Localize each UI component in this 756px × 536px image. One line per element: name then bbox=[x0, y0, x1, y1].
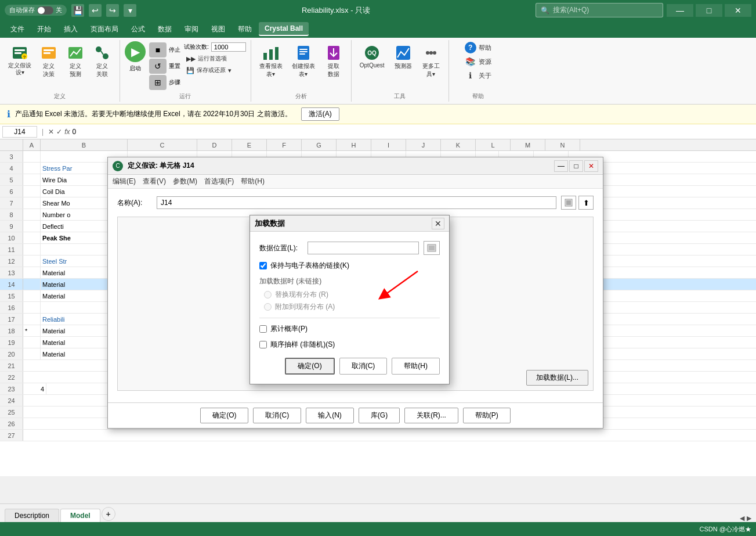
menu-crystalball[interactable]: Crystal Ball bbox=[259, 22, 309, 36]
sub-help-btn[interactable]: 帮助(H) bbox=[392, 358, 440, 375]
keep-link-checkbox[interactable] bbox=[259, 262, 267, 269]
append-radio[interactable] bbox=[264, 303, 272, 311]
sequential-label[interactable]: 顺序抽样 (非随机)(S) bbox=[270, 340, 335, 350]
confirm-formula-icon[interactable]: ✓ bbox=[56, 128, 62, 136]
resources-btn[interactable]: 📚 资源 bbox=[462, 55, 494, 68]
add-sheet-btn[interactable]: + bbox=[102, 507, 115, 521]
sequential-checkbox[interactable] bbox=[259, 341, 267, 348]
undo-icon[interactable]: ↩ bbox=[89, 4, 102, 17]
formula-input[interactable] bbox=[72, 128, 754, 136]
menu-help[interactable]: 帮助 bbox=[232, 22, 258, 37]
data-browse-btn[interactable] bbox=[424, 241, 440, 255]
save-restore-label: 保存或还原 bbox=[197, 66, 226, 74]
reset-btn[interactable]: ↺ bbox=[149, 59, 167, 74]
insert-function-icon[interactable]: fx bbox=[64, 128, 70, 136]
trials-input[interactable] bbox=[211, 42, 246, 52]
col-header-m[interactable]: M bbox=[511, 139, 545, 150]
extract-data-btn[interactable]: 提取数据 bbox=[321, 41, 346, 90]
col-header-d[interactable]: D bbox=[197, 139, 232, 150]
stop-btn[interactable]: ■ bbox=[149, 42, 167, 57]
help-btn[interactable]: ? 帮助 bbox=[462, 41, 494, 54]
col-header-b[interactable]: B bbox=[41, 139, 128, 150]
dlg-ok-btn[interactable]: 确定(O) bbox=[200, 408, 248, 423]
cumulative-label[interactable]: 累计概率(P) bbox=[270, 324, 308, 334]
sub-ok-btn[interactable]: 确定(O) bbox=[285, 358, 334, 375]
load-data-side-btn[interactable]: 加载数据(L)... bbox=[526, 370, 588, 386]
save-icon[interactable]: 💾 bbox=[71, 4, 84, 17]
name-expand-btn[interactable]: ⬆ bbox=[578, 196, 594, 210]
menu-file[interactable]: 文件 bbox=[5, 22, 30, 37]
keep-link-label[interactable]: 保持与电子表格的链接(K) bbox=[270, 261, 349, 271]
sheet-tab-model[interactable]: Model bbox=[60, 509, 100, 522]
customize-icon[interactable]: ▾ bbox=[124, 4, 136, 17]
menu-data[interactable]: 数据 bbox=[152, 22, 178, 37]
dlg-menu-params[interactable]: 参数(M) bbox=[173, 177, 197, 186]
run-first-btn[interactable]: ▶▶ 运行首选项 bbox=[184, 54, 246, 63]
predictor-btn[interactable]: 预测器 bbox=[390, 41, 416, 90]
cancel-formula-icon[interactable]: ✕ bbox=[48, 128, 54, 136]
col-header-c[interactable]: C bbox=[128, 139, 197, 150]
replace-radio[interactable] bbox=[264, 291, 272, 298]
dlg-menu-prefs[interactable]: 首选项(F) bbox=[204, 177, 234, 186]
dlg-menu-help[interactable]: 帮助(H) bbox=[241, 177, 265, 186]
col-header-e[interactable]: E bbox=[232, 139, 267, 150]
col-header-j[interactable]: J bbox=[406, 139, 441, 150]
menu-home[interactable]: 开始 bbox=[31, 22, 57, 37]
search-box[interactable]: 🔍 搜索(Alt+Q) bbox=[536, 3, 663, 17]
menu-view[interactable]: 视图 bbox=[205, 22, 231, 37]
col-header-h[interactable]: H bbox=[337, 139, 371, 150]
dialog-close-btn[interactable]: ✕ bbox=[584, 160, 598, 172]
dialog-minimize-btn[interactable]: — bbox=[554, 160, 568, 172]
autosave-toggle[interactable]: 自动保存 关 bbox=[5, 5, 67, 16]
col-header-l[interactable]: L bbox=[476, 139, 511, 150]
dlg-correlation-btn[interactable]: 关联(R)... bbox=[404, 408, 458, 423]
col-header-i[interactable]: I bbox=[371, 139, 406, 150]
define-assumption-btn[interactable]: ? 定义假设设▾ bbox=[5, 41, 35, 78]
col-header-k[interactable]: K bbox=[441, 139, 476, 150]
minimize-btn[interactable]: — bbox=[667, 4, 693, 17]
redo-icon[interactable]: ↪ bbox=[106, 4, 119, 17]
dlg-help-btn[interactable]: 帮助(P) bbox=[463, 408, 511, 423]
dlg-library-btn[interactable]: 库(G) bbox=[359, 408, 400, 423]
save-restore-btn[interactable]: 💾 保存或还原 ▾ bbox=[184, 66, 246, 75]
run-btn[interactable]: ▶ bbox=[125, 41, 146, 62]
define-correlation-btn[interactable]: 定义关联 bbox=[89, 41, 115, 81]
data-location-input[interactable] bbox=[308, 242, 419, 254]
menu-layout[interactable]: 页面布局 bbox=[85, 22, 124, 37]
sheet-tab-description[interactable]: Description bbox=[5, 509, 59, 522]
maximize-btn[interactable]: □ bbox=[696, 4, 722, 17]
create-report-btn[interactable]: 创建报表表▾ bbox=[288, 41, 319, 90]
cell-ref-input[interactable] bbox=[2, 126, 37, 138]
more-tools-btn[interactable]: 更多工具▾ bbox=[418, 41, 444, 90]
col-header-a[interactable]: A bbox=[23, 139, 41, 150]
menu-review[interactable]: 审阅 bbox=[179, 22, 204, 37]
dlg-cancel-btn[interactable]: 取消(C) bbox=[253, 408, 301, 423]
activate-btn[interactable]: 激活(A) bbox=[301, 107, 339, 121]
svg-rect-1 bbox=[15, 49, 25, 51]
name-input[interactable] bbox=[157, 196, 556, 209]
dlg-input-btn[interactable]: 输入(N) bbox=[306, 408, 354, 423]
about-btn[interactable]: ℹ 关于 bbox=[462, 69, 494, 82]
view-chart-btn[interactable]: 查看报表表▾ bbox=[256, 41, 286, 90]
col-header-g[interactable]: G bbox=[302, 139, 337, 150]
name-browse-btn[interactable] bbox=[561, 196, 576, 210]
autosave-state: 关 bbox=[56, 6, 62, 15]
cumulative-checkbox[interactable] bbox=[259, 325, 267, 333]
define-forecast-btn[interactable]: 定义预测 bbox=[63, 41, 88, 81]
scroll-right-icon[interactable]: ▶ bbox=[747, 515, 751, 522]
menu-insert[interactable]: 插入 bbox=[58, 22, 84, 37]
sub-cancel-btn[interactable]: 取消(C) bbox=[339, 358, 388, 375]
notification-bar: ℹ 产品通知 Excel 未激活。若要无中断地继续使用 Excel，请在 202… bbox=[0, 105, 756, 124]
dlg-menu-edit[interactable]: 编辑(E) bbox=[113, 177, 136, 186]
optquest-btn[interactable]: OQ OptQuest bbox=[356, 41, 388, 90]
dialog-maximize-btn[interactable]: □ bbox=[569, 160, 583, 172]
dlg-menu-view[interactable]: 查看(V) bbox=[143, 177, 166, 186]
col-header-f[interactable]: F bbox=[267, 139, 302, 150]
scroll-left-icon[interactable]: ◀ bbox=[740, 515, 744, 522]
close-btn[interactable]: ✕ bbox=[725, 4, 751, 17]
col-header-n[interactable]: N bbox=[545, 139, 580, 150]
define-decision-btn[interactable]: 定义决策 bbox=[36, 41, 62, 81]
sub-dialog-close-btn[interactable]: ✕ bbox=[432, 218, 444, 229]
step-btn[interactable]: ⊞ bbox=[149, 75, 167, 90]
menu-formula[interactable]: 公式 bbox=[125, 22, 151, 37]
